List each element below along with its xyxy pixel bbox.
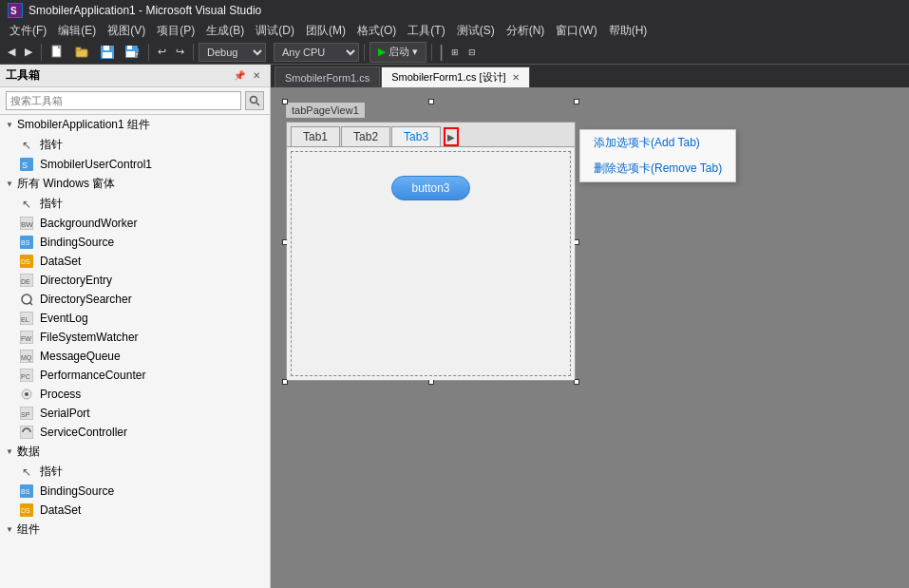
menu-team[interactable]: 团队(M) (300, 21, 351, 40)
toolbox-close-btn[interactable]: ✕ (249, 68, 264, 84)
toolbox-item-dataset2-label: DataSet (40, 503, 81, 517)
toolbox-header: 工具箱 📌 ✕ (0, 65, 270, 87)
tab-overflow-btn[interactable]: ▶ (444, 127, 459, 146)
toolbox-item-dataset2[interactable]: DS DataSet (0, 501, 270, 520)
context-menu-add-tab-label: 添加选项卡(Add Tab) (594, 136, 700, 149)
menu-format[interactable]: 格式(O) (351, 21, 402, 40)
sep1 (41, 44, 42, 61)
dirsearcher-icon (19, 292, 34, 307)
section-windows[interactable]: ▼ 所有 Windows 窗体 (0, 174, 270, 194)
menu-view[interactable]: 视图(V) (102, 21, 151, 40)
toolbox-header-buttons: 📌 ✕ (232, 68, 264, 84)
menu-analyze[interactable]: 分析(N) (501, 21, 551, 40)
toolbox-item-cursor2[interactable]: 指针 (0, 194, 270, 214)
toolbox-title: 工具箱 (6, 67, 40, 84)
designer-tab1[interactable]: Tab1 (291, 126, 340, 146)
toolbox-item-smobileruc1[interactable]: S SmobilerUserControl1 (0, 155, 270, 174)
toolbox-item-eventlog[interactable]: EL EventLog (0, 309, 270, 328)
designer-tab-control[interactable]: Tab1 Tab2 Tab3 ▶ (286, 122, 576, 381)
search-icon-btn[interactable] (245, 91, 264, 110)
toolbox-item-bindingsrc2-label: BindingSource (40, 484, 114, 498)
toolbox-item-serialport[interactable]: SP SerialPort (0, 404, 270, 423)
sep5 (431, 44, 432, 61)
toolbox-item-svcctrl-label: ServiceController (40, 426, 127, 439)
toolbox-pin-btn[interactable]: 📌 (232, 68, 247, 84)
toolbox-item-direntry[interactable]: DE DirectoryEntry (0, 271, 270, 290)
designer-tab2[interactable]: Tab2 (341, 126, 390, 146)
toolbox-item-svcctrl[interactable]: ServiceController (0, 423, 270, 442)
toolbar-extra1[interactable]: ⊞ (447, 42, 463, 63)
toolbox-item-dataset1[interactable]: DS DataSet (0, 252, 270, 271)
menu-file[interactable]: 文件(F) (4, 21, 52, 40)
section-data[interactable]: ▼ 数据 (0, 442, 270, 462)
svg-line-14 (256, 103, 259, 105)
section-components[interactable]: ▼ 组件 (0, 520, 270, 540)
form-designer-background[interactable]: tabPageView1 Tab1 Tab2 Tab3 (271, 87, 909, 588)
menu-build[interactable]: 生成(B) (200, 21, 250, 40)
toolbox-item-bgworker[interactable]: BW BackgroundWorker (0, 214, 270, 233)
toolbox-item-bindingsrc[interactable]: BS BindingSource (0, 233, 270, 252)
menu-test[interactable]: 测试(S) (451, 21, 501, 40)
svg-text:BW: BW (21, 220, 33, 229)
editor-area: SmobilerForm1.cs SmobilerForm1.cs [设计] ✕ (271, 65, 909, 588)
section-arrow-smobiler: ▼ (6, 121, 13, 129)
svg-line-26 (29, 302, 32, 305)
toolbox-item-cursor3[interactable]: 指针 (0, 462, 270, 482)
toolbox-item-msgqueue-label: MessageQueue (40, 350, 121, 363)
toolbox-item-perfctr-label: PerformanceCounter (40, 369, 145, 382)
tab-smobilerform-cs[interactable]: SmobilerForm1.cs (275, 66, 380, 87)
menu-tools[interactable]: 工具(T) (402, 21, 450, 40)
context-menu-remove-tab[interactable]: 删除选项卡(Remove Tab) (580, 156, 735, 181)
debug-config-dropdown[interactable]: Debug Release (199, 43, 266, 62)
section-smobiler[interactable]: ▼ SmobilerApplication1 组件 (0, 115, 270, 135)
back-btn[interactable]: ◀ (4, 42, 19, 63)
toolbar-extra2[interactable]: ⊟ (464, 42, 480, 63)
toolbox-search-input[interactable] (6, 91, 241, 110)
tab-smobilerform-design[interactable]: SmobilerForm1.cs [设计] ✕ (381, 66, 529, 87)
start-btn[interactable]: ▶ 启动 ▾ (369, 42, 426, 63)
main-layout: 工具箱 📌 ✕ ▼ SmobilerApplication1 组件 指针 (0, 65, 909, 588)
menu-bar: 文件(F) 编辑(E) 视图(V) 项目(P) 生成(B) 调试(D) 团队(M… (0, 21, 909, 40)
section-arrow-data: ▼ (6, 447, 13, 456)
toolbox-item-dirsearcher[interactable]: DirectorySearcher (0, 290, 270, 309)
toolbox-item-cursor3-label: 指针 (40, 464, 63, 480)
svg-text:FW: FW (21, 335, 31, 342)
section-arrow-components: ▼ (6, 525, 13, 534)
designer-tab3[interactable]: Tab3 (391, 126, 441, 146)
perfctr-icon: PC (19, 368, 34, 383)
context-menu-add-tab[interactable]: 添加选项卡(Add Tab) (580, 130, 735, 156)
eventlog-icon: EL (19, 311, 34, 326)
bindingsrc2-icon: BS (19, 484, 34, 499)
smobileruc1-icon: S (19, 157, 34, 172)
toolbox-item-fsw[interactable]: FW FileSystemWatcher (0, 328, 270, 347)
menu-project[interactable]: 项目(P) (151, 21, 200, 40)
menu-edit[interactable]: 编辑(E) (52, 21, 102, 40)
designer-tab-body[interactable]: button3 (287, 147, 575, 380)
toolbox-item-process[interactable]: Process (0, 385, 270, 404)
toolbox-item-msgqueue[interactable]: MQ MessageQueue (0, 347, 270, 366)
cpu-config-dropdown[interactable]: Any CPU (274, 43, 359, 62)
menu-debug[interactable]: 调试(D) (250, 21, 300, 40)
designer-button3[interactable]: button3 (391, 176, 469, 200)
toolbox-item-bindingsrc2[interactable]: BS BindingSource (0, 482, 270, 501)
tab-close-btn[interactable]: ✕ (512, 72, 520, 83)
cursor-icon-1 (19, 138, 34, 153)
toolbox-item-smobileruc1-label: SmobilerUserControl1 (40, 158, 152, 171)
svg-text:PC: PC (21, 373, 30, 380)
cursor-icon-3 (19, 465, 34, 480)
saveall-btn[interactable] (121, 42, 143, 63)
section-data-label: 数据 (17, 444, 40, 460)
menu-help[interactable]: 帮助(H) (603, 21, 653, 40)
svg-text:S: S (22, 161, 28, 170)
toolbox-item-perfctr[interactable]: PC PerformanceCounter (0, 366, 270, 385)
toolbox-item-cursor1[interactable]: 指针 (0, 135, 270, 155)
open-btn[interactable] (71, 42, 94, 63)
redo-btn[interactable]: ↪ (172, 42, 188, 63)
search-icon (249, 95, 260, 106)
undo-btn[interactable]: ↩ (154, 42, 170, 63)
new-btn[interactable] (47, 42, 69, 63)
save-btn[interactable] (96, 42, 119, 63)
forward-btn[interactable]: ▶ (21, 42, 36, 63)
menu-window[interactable]: 窗口(W) (550, 21, 602, 40)
serialport-icon: SP (19, 406, 34, 421)
